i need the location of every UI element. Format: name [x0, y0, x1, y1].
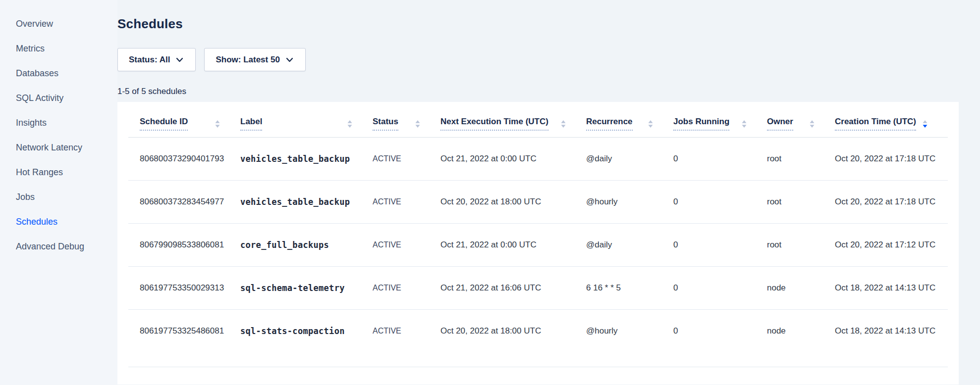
cell-next-execution: Oct 21, 2022 at 0:00 UTC	[440, 224, 586, 267]
column-title: Next Execution Time (UTC)	[440, 117, 548, 131]
page-title: Schedules	[117, 16, 959, 32]
cell-owner: node	[767, 310, 835, 367]
cell-label: sql-stats-compaction	[240, 310, 373, 367]
column-header-jobs-running[interactable]: Jobs Running	[673, 102, 767, 138]
cell-creation-time: Oct 18, 2022 at 14:13 UTC	[835, 310, 948, 367]
cell-owner: node	[767, 267, 835, 310]
cell-jobs-running: 0	[673, 181, 767, 224]
cell-label: core_full_backups	[240, 224, 373, 267]
main-content: Schedules Status: AllShow: Latest 50 1-5…	[117, 0, 980, 385]
cell-owner: root	[767, 181, 835, 224]
show-filter-dropdown[interactable]: Show: Latest 50	[204, 48, 305, 71]
column-header-schedule-id[interactable]: Schedule ID	[128, 102, 240, 138]
cell-next-execution: Oct 21, 2022 at 16:06 UTC	[440, 267, 586, 310]
cell-label: vehicles_table_backup	[240, 181, 373, 224]
column-header-owner[interactable]: Owner	[767, 102, 835, 138]
column-header-recurrence[interactable]: Recurrence	[586, 102, 673, 138]
column-header-label[interactable]: Label	[240, 102, 373, 138]
sidebar-item-insights[interactable]: Insights	[0, 110, 117, 135]
table-header-row: Schedule IDLabelStatusNext Execution Tim…	[128, 102, 948, 138]
table-row: 806800373283454977vehicles_table_backupA…	[128, 181, 948, 224]
cell-status: ACTIVE	[373, 310, 440, 367]
sort-icon	[343, 120, 353, 128]
sidebar-item-jobs[interactable]: Jobs	[0, 185, 117, 209]
sidebar: OverviewMetricsDatabasesSQL ActivityInsi…	[0, 0, 117, 385]
cell-next-execution: Oct 20, 2022 at 18:00 UTC	[440, 310, 586, 367]
table-row: 806197753350029313sql-schema-telemetryAC…	[128, 267, 948, 310]
sidebar-item-network-latency[interactable]: Network Latency	[0, 135, 117, 160]
cell-status: ACTIVE	[373, 267, 440, 310]
cell-status: ACTIVE	[373, 224, 440, 267]
column-title: Jobs Running	[673, 117, 729, 131]
table-row: 806197753325486081sql-stats-compactionAC…	[128, 310, 948, 367]
column-title: Schedule ID	[140, 117, 188, 131]
cell-owner: root	[767, 224, 835, 267]
sort-icon	[411, 120, 421, 128]
column-title: Status	[373, 117, 398, 131]
cell-status: ACTIVE	[373, 138, 440, 181]
app-window: OverviewMetricsDatabasesSQL ActivityInsi…	[0, 0, 980, 385]
sidebar-item-sql-activity[interactable]: SQL Activity	[0, 86, 117, 110]
cell-recurrence: @daily	[586, 138, 673, 181]
cell-creation-time: Oct 20, 2022 at 17:18 UTC	[835, 138, 948, 181]
cell-jobs-running: 0	[673, 267, 767, 310]
cell-recurrence: @daily	[586, 224, 673, 267]
column-header-status[interactable]: Status	[373, 102, 440, 138]
sort-icon	[737, 120, 747, 128]
column-title: Creation Time (UTC)	[835, 117, 916, 131]
cell-jobs-running: 0	[673, 224, 767, 267]
dropdown-label: Show: Latest 50	[216, 55, 279, 65]
sort-icon-desc-active	[918, 120, 928, 128]
sort-icon	[211, 120, 220, 128]
column-header-next-execution-time-utc[interactable]: Next Execution Time (UTC)	[440, 102, 586, 138]
sidebar-item-hot-ranges[interactable]: Hot Ranges	[0, 160, 117, 185]
cell-jobs-running: 0	[673, 310, 767, 367]
cell-schedule-id: 806800373290401793	[128, 138, 240, 181]
dropdown-label: Status: All	[129, 55, 170, 65]
cell-creation-time: Oct 20, 2022 at 17:12 UTC	[835, 224, 948, 267]
table-row: 806799098533806081core_full_backupsACTIV…	[128, 224, 948, 267]
cell-schedule-id: 806197753350029313	[128, 267, 240, 310]
schedules-table: Schedule IDLabelStatusNext Execution Tim…	[128, 102, 948, 367]
sort-icon	[644, 120, 653, 128]
results-count: 1-5 of 5 schedules	[117, 87, 959, 96]
cell-recurrence: @hourly	[586, 310, 673, 367]
column-header-creation-time-utc[interactable]: Creation Time (UTC)	[835, 102, 948, 138]
cell-label: sql-schema-telemetry	[240, 267, 373, 310]
cell-recurrence: @hourly	[586, 181, 673, 224]
sidebar-nav: OverviewMetricsDatabasesSQL ActivityInsi…	[0, 11, 117, 259]
sidebar-item-overview[interactable]: Overview	[0, 11, 117, 36]
cell-status: ACTIVE	[373, 181, 440, 224]
filter-bar: Status: AllShow: Latest 50	[117, 48, 959, 71]
sidebar-item-metrics[interactable]: Metrics	[0, 36, 117, 61]
sort-icon	[556, 120, 566, 128]
cell-label: vehicles_table_backup	[240, 138, 373, 181]
column-title: Owner	[767, 117, 793, 131]
cell-schedule-id: 806197753325486081	[128, 310, 240, 367]
cell-schedule-id: 806799098533806081	[128, 224, 240, 267]
cell-creation-time: Oct 18, 2022 at 14:13 UTC	[835, 267, 948, 310]
table-row: 806800373290401793vehicles_table_backupA…	[128, 138, 948, 181]
column-title: Recurrence	[586, 117, 633, 131]
cell-creation-time: Oct 20, 2022 at 17:18 UTC	[835, 181, 948, 224]
sidebar-item-databases[interactable]: Databases	[0, 61, 117, 86]
cell-schedule-id: 806800373283454977	[128, 181, 240, 224]
column-title: Label	[240, 117, 262, 131]
cell-jobs-running: 0	[673, 138, 767, 181]
sort-icon	[805, 120, 815, 128]
chevron-down-icon	[176, 57, 183, 62]
schedules-table-card: Schedule IDLabelStatusNext Execution Tim…	[117, 102, 959, 385]
sidebar-item-advanced-debug[interactable]: Advanced Debug	[0, 234, 117, 259]
cell-recurrence: 6 16 * * 5	[586, 267, 673, 310]
cell-next-execution: Oct 21, 2022 at 0:00 UTC	[440, 138, 586, 181]
chevron-down-icon	[286, 57, 293, 62]
cell-owner: root	[767, 138, 835, 181]
cell-next-execution: Oct 20, 2022 at 18:00 UTC	[440, 181, 586, 224]
sidebar-item-schedules[interactable]: Schedules	[0, 209, 117, 234]
status-filter-dropdown[interactable]: Status: All	[117, 48, 196, 71]
